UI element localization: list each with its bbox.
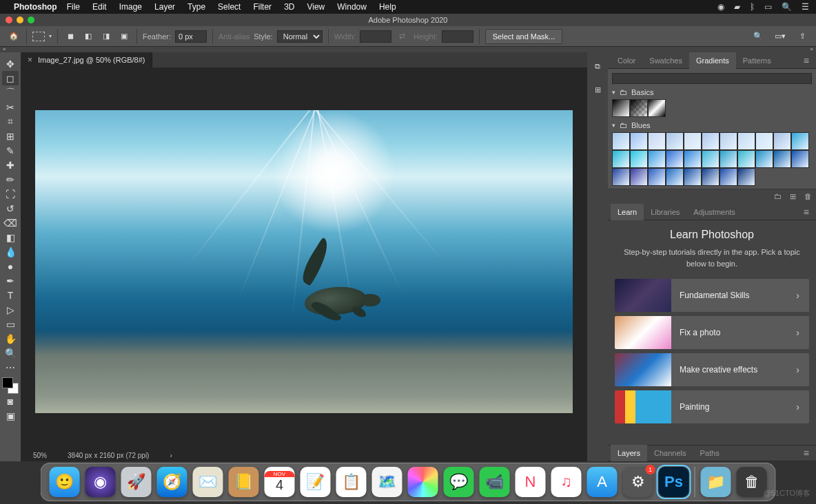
gradient-swatch[interactable] [612,150,630,168]
screen-mode-icon[interactable]: ▣ [2,408,19,423]
dock-messages-icon[interactable]: 💬 [444,467,474,497]
tab-libraries[interactable]: Libraries [644,204,686,220]
tab-color[interactable]: Color [611,52,642,69]
crop-tool-icon[interactable]: ⌗ [2,114,19,129]
tab-layers[interactable]: Layers [611,445,647,461]
marquee-tool-icon[interactable]: ◻ [2,71,19,85]
gradient-swatch[interactable] [737,132,755,150]
quick-select-tool-icon[interactable]: ✂ [2,100,19,114]
lasso-tool-icon[interactable]: ⌒ [2,85,19,100]
document-tab[interactable]: × Image_27.jpg @ 50% (RGB/8#) [21,52,152,67]
intersect-selection-icon[interactable]: ▣ [117,30,131,43]
gradient-swatch[interactable] [648,150,666,168]
gradient-swatch[interactable] [648,132,666,150]
app-name[interactable]: Photoshop [14,2,57,12]
gradient-swatch[interactable] [702,132,720,150]
gradient-swatch[interactable] [666,168,684,186]
status-zoom[interactable]: 50% [33,452,47,459]
home-icon[interactable]: 🏠 [7,30,21,43]
tab-gradients[interactable]: Gradients [689,52,736,69]
hand-tool-icon[interactable]: ✋ [2,331,19,346]
dock-settings-icon[interactable]: ⚙1 [623,467,653,497]
menu-layer[interactable]: Layer [154,2,175,12]
maximize-window-button[interactable] [28,17,34,23]
gradient-swatch[interactable] [773,132,791,150]
more-tools-icon[interactable]: ⋯ [2,360,19,375]
menu-filter[interactable]: Filter [253,2,272,12]
menu-type[interactable]: Type [187,2,205,12]
menu-image[interactable]: Image [119,2,142,12]
foreground-color-swatch[interactable] [2,377,13,388]
status-dims[interactable]: 3840 px x 2160 px (72 ppi) [68,452,149,459]
gradient-swatch[interactable] [791,150,809,168]
menu-help[interactable]: Help [379,2,396,12]
close-tab-icon[interactable]: × [28,55,32,65]
gradient-tool-icon[interactable]: ◧ [2,230,19,244]
quick-mask-icon[interactable]: ◙ [2,394,19,408]
minimize-window-button[interactable] [17,17,23,23]
gradient-swatch[interactable] [666,132,684,150]
dock-notes-icon[interactable]: 📝 [300,467,331,497]
add-selection-icon[interactable]: ◧ [81,30,95,43]
dock-maps-icon[interactable]: 🗺️ [372,467,402,497]
dock-trash-icon[interactable]: 🗑 [737,467,767,497]
dock-finder-icon[interactable]: 🙂 [50,467,80,497]
gradient-swatch[interactable] [666,150,684,168]
gradient-swatch[interactable] [702,150,720,168]
path-select-tool-icon[interactable]: ▷ [2,302,19,317]
dock-contacts-icon[interactable]: 📒 [229,467,259,497]
expand-right-icon[interactable]: » [810,46,813,52]
gradient-swatch[interactable] [684,150,702,168]
gradient-swatch[interactable] [612,132,630,150]
gradient-swatch[interactable] [720,132,737,150]
gradient-swatch[interactable] [720,168,737,186]
dock-music-icon[interactable]: ♫ [551,467,582,497]
gradient-swatch[interactable] [720,150,737,168]
panel-menu-icon[interactable]: ≡ [799,55,813,66]
tab-swatches[interactable]: Swatches [642,52,689,69]
gradient-swatch[interactable] [684,168,702,186]
eraser-tool-icon[interactable]: ⌫ [2,216,19,230]
gradient-group-basics[interactable]: ▾🗀Basics [612,88,812,96]
menu-edit[interactable]: Edit [92,2,107,12]
status-more-icon[interactable]: › [170,452,172,459]
dock-appstore-icon[interactable]: A [587,467,618,497]
gradient-swatch[interactable] [773,150,791,168]
eye-icon[interactable]: ◉ [717,2,724,12]
healing-tool-icon[interactable]: ✚ [2,158,19,172]
eyedropper-tool-icon[interactable]: ✎ [2,143,19,158]
gradient-group-blues[interactable]: ▾🗀Blues [612,121,812,129]
control-center-icon[interactable]: ☰ [802,2,809,12]
panel-menu-icon[interactable]: ≡ [799,207,813,218]
workspace-switcher-icon[interactable]: ▭▾ [773,30,787,43]
new-group-icon[interactable]: 🗀 [774,192,782,201]
learn-item-effects[interactable]: Make creative effects› [615,353,809,386]
history-brush-tool-icon[interactable]: ↺ [2,201,19,216]
spotlight-icon[interactable]: 🔍 [782,2,792,12]
color-swatches[interactable] [2,377,19,394]
properties-panel-icon[interactable]: ⊞ [591,83,604,96]
new-gradient-icon[interactable]: ⊞ [790,192,796,201]
dock-news-icon[interactable]: N [516,467,546,497]
gradient-swatch[interactable] [630,132,648,150]
menu-window[interactable]: Window [337,2,367,12]
gradient-swatch[interactable] [648,99,666,117]
canvas-image[interactable] [35,110,573,413]
menu-file[interactable]: File [67,2,80,12]
delete-icon[interactable]: 🗑 [804,192,812,201]
dock-calendar-icon[interactable]: NOV4 [265,467,295,497]
tab-learn[interactable]: Learn [611,204,644,220]
dock-mail-icon[interactable]: ✉️ [193,467,223,497]
pen-tool-icon[interactable]: ✒ [2,273,19,288]
dock-downloads-icon[interactable]: 📁 [701,467,731,497]
dock-siri-icon[interactable]: ◉ [85,467,116,497]
shape-tool-icon[interactable]: ▭ [2,317,19,331]
zoom-tool-icon[interactable]: 🔍 [2,346,19,360]
new-selection-icon[interactable]: ◼ [63,30,77,43]
displays-icon[interactable]: ▭ [764,2,772,12]
tab-patterns[interactable]: Patterns [736,52,778,69]
blur-tool-icon[interactable]: 💧 [2,244,19,259]
frame-tool-icon[interactable]: ⊞ [2,129,19,143]
dock-facetime-icon[interactable]: 📹 [480,467,510,497]
gradient-swatch[interactable] [755,132,773,150]
